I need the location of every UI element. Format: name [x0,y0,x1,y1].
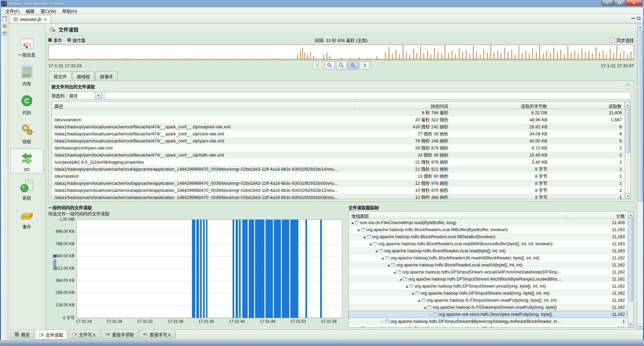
collapse-arrow-icon[interactable]: ◢ [368,242,373,246]
maximize-button[interactable] [614,0,625,6]
column-header-0[interactable]: 路径 [52,102,355,109]
table-row[interactable]: 6 秒 786 毫秒8.22 GB11,409 [52,109,625,116]
stack-trace-column-header[interactable]: 堆栈跟踪 [349,212,567,219]
bottom-tab-1[interactable]: 文件读取 [35,330,67,340]
table-row[interactable]: /data1/hadoop/yarn/local/usercache/root/… [52,123,625,130]
expand-arrow-icon[interactable]: ▷ [380,320,385,323]
close-button[interactable]: × [626,0,642,6]
table-row[interactable]: /data1/hadoop/yarn/local/usercache/root/… [52,166,625,173]
collapse-arrow-icon[interactable]: ◢ [423,306,427,309]
tree-row[interactable]: ◢org.apache.hadoop.hdfs.BlockReaderLocal… [349,247,628,254]
jmx-console-icon[interactable] [2,31,7,36]
collapse-arrow-icon[interactable]: ◢ [386,263,391,267]
tree-row[interactable]: ◢org.apache.hadoop.hdfs.BlockReaderLocal… [349,226,628,233]
zoom-out-button[interactable] [324,61,335,70]
menu-item-1[interactable]: 编辑 [23,7,38,15]
scroll-up-icon[interactable]: ▲ [625,102,630,107]
scroll-down-icon[interactable]: ▼ [628,321,633,327]
file-table-scrollbar[interactable]: ▲ ▼ [625,102,631,199]
filter-input[interactable] [104,92,631,99]
tree-row[interactable]: ◢org.apache.hadoop.hdfs.BlockReaderLocal… [349,240,628,247]
time-chart[interactable]: 读取量 1.00 MB896.00 KB768.00 KB640.00 KB51… [48,217,345,328]
tree-row[interactable]: ◢org.apache.hadoop.hdfs.BlockReaderUtil.… [349,254,628,261]
flight-recorder-icon[interactable] [2,24,7,29]
tree-row[interactable]: ◢org.apache.hadoop.hdfs.DFSInputStream.p… [349,283,628,290]
title-bar[interactable]: Oracle Java Mission Control × [0,0,644,7]
scroll-down-icon[interactable]: ▼ [625,193,630,199]
collapse-arrow-icon[interactable]: ◢ [404,285,409,288]
tree-row[interactable]: ◢org.apache.hadoop.hdfs.DFSInputStream.a… [349,268,628,275]
sidebar-item-5[interactable]: 系统 [10,176,43,202]
table-row[interactable]: /usr/java/jdk1.8.0_111/jre/lib/logging.p… [52,159,625,166]
table-row[interactable]: /data1/hadoop/yarn/local/usercache/root/… [52,187,625,194]
zoom-button[interactable] [336,61,346,70]
collapse-arrow-icon[interactable]: ◢ [374,249,379,253]
table-row[interactable]: /dev/urandom20 毫秒 322 微秒48.96 KB1,567 [52,116,625,123]
tree-row[interactable]: ◢org.apache.hadoop.hdfs.BlockReaderLocal… [349,233,628,240]
column-header-3[interactable]: 读取数 [550,102,625,109]
table-row[interactable]: /dev/random13 微秒 80 纳秒8 字节1 [52,173,625,180]
maximize-view-icon[interactable] [637,17,640,20]
sync-selection-control[interactable]: ✓ 同步选择 [610,37,634,43]
filter-column-select[interactable]: 路径 ▼ [67,92,102,99]
sidebar-item-1[interactable]: 内存 [10,62,43,88]
collapse-arrow-icon[interactable]: ◢ [350,221,354,224]
tree-row[interactable]: ◢org.apache.hadoop.hdfs.DFSInputStream.r… [349,290,628,297]
bottom-tab-2[interactable]: 文件写入 [68,330,100,339]
restore-pane-icon[interactable] [2,16,7,21]
bottom-tab-4[interactable]: 套接字写入 [139,330,176,339]
menu-item-0[interactable]: 文件(F) [2,7,23,15]
scroll-up-icon[interactable]: ▲ [628,212,633,217]
sidebar-item-3[interactable]: 线程 [10,120,43,146]
count-column-header[interactable]: 计数 [567,212,628,219]
sidebar-item-2[interactable]: C代码 [10,91,43,117]
scrollbar-thumb[interactable] [625,108,630,153]
scrollbar-thumb[interactable] [628,218,633,301]
scroll-down-icon[interactable]: ▼ [638,324,643,329]
tree-row[interactable]: ◢sun.nio.ch.FileChannelImpl.read(ByteBuf… [349,219,628,226]
column-header-2[interactable]: 读取的字节数 [451,102,550,109]
scrollbar-thumb[interactable] [638,30,643,202]
tree-row[interactable]: ◢org.apache.hadoop.hdfs.DFSInputStream.f… [349,275,628,283]
zoom-in-button[interactable] [348,61,358,70]
expand-arrow-icon[interactable]: ▷ [429,313,433,316]
arrow-right-button[interactable] [359,61,370,70]
collapse-arrow-icon[interactable]: ◢ [416,299,421,302]
tree-row[interactable]: ▷org.apache.hadoop.hdfs.DFSInputStream$B… [349,318,628,325]
timeline-chart[interactable] [48,45,634,60]
editor-tab-executor-jfr[interactable]: executor.jfr ✕ [10,15,51,24]
table-row[interactable]: /data1/hadoop/yarn/local/usercache/root/… [52,152,625,159]
scroll-up-icon[interactable]: ▲ [638,24,643,30]
table-row[interactable]: /data1/hadoop/yarn/local/usercache/root/… [52,137,625,144]
collapse-arrow-icon[interactable]: ◢ [398,277,403,281]
table-row[interactable]: /data1/hadoop/yarn/local/usercache/root/… [52,130,625,137]
collapse-arrow-icon[interactable]: ◢ [362,235,366,239]
view-tab-1[interactable]: 按线程 [72,72,95,81]
tree-row[interactable]: ◢org.apache.hadoop.fs.FSInputStream.read… [349,297,628,304]
editor-scrollbar[interactable]: ▲ ▼ [637,24,643,330]
table-row[interactable]: /data1/hadoop/yarn/local/usercache/root/… [52,180,625,187]
sidebar-item-4[interactable]: I/O [10,149,43,173]
sync-selection-checkbox[interactable]: ✓ [610,38,615,43]
bottom-tab-0[interactable]: 概览 [10,330,34,339]
menu-item-2[interactable]: 窗口(W) [38,7,59,15]
trace-tree-scrollbar[interactable]: ▲ ▼ [628,212,634,327]
sidebar-item-6[interactable]: 事件 [10,205,43,231]
minimize-view-icon[interactable] [631,18,635,19]
table-row[interactable]: /etc/hadoop/conf/yarn-site.xml28 微秒 879 … [52,144,625,152]
help-icon[interactable]: ? [625,83,631,89]
column-header-1[interactable]: 持续时间 [355,102,451,109]
minimize-button[interactable] [602,0,613,6]
tree-row[interactable]: ▷org.apache.solr.store.hdfs.Descriptor.r… [349,311,628,318]
view-tab-2[interactable]: 按事件 [95,72,118,81]
tab-close-icon[interactable]: ✕ [44,17,48,21]
tree-row[interactable]: ◢org.apache.hadoop.fs.FSDataInputStream.… [349,304,628,311]
collapse-arrow-icon[interactable]: ◢ [410,292,415,295]
collapse-arrow-icon[interactable]: ◢ [392,270,397,274]
tree-row[interactable]: ▷org.apache.hadoop.hdfs.BlockMetadataHea… [349,325,628,327]
expand-arrow-icon[interactable]: ▷ [356,327,360,328]
arrow-left-button[interactable] [312,61,323,70]
collapse-arrow-icon[interactable]: ◢ [380,256,385,260]
view-tab-0[interactable]: 按文件 [49,71,71,81]
time-chart-plot[interactable] [77,219,342,318]
